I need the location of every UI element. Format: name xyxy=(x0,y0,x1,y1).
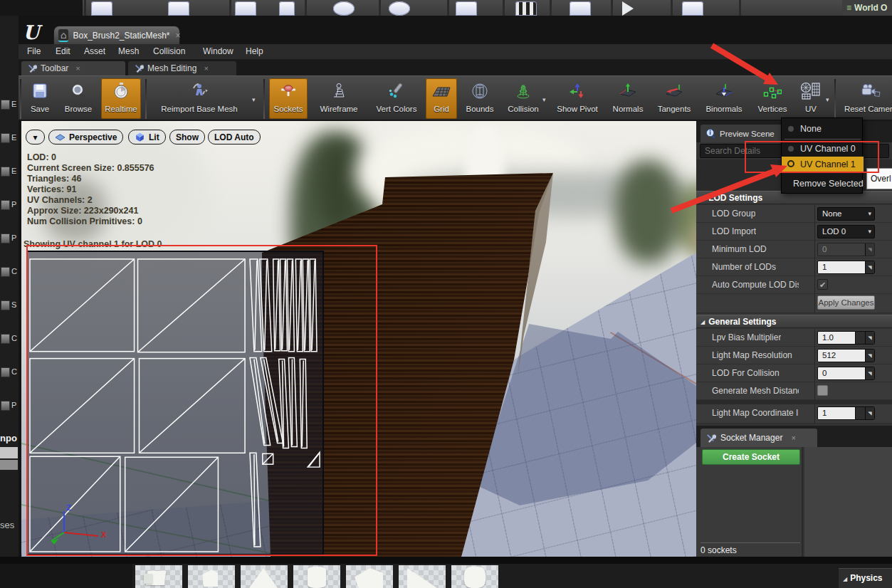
blueprints-icon[interactable] xyxy=(389,1,410,16)
mode-thumbnail[interactable] xyxy=(1,133,10,143)
tab-mesh-editing[interactable]: Mesh Editing× xyxy=(128,61,236,75)
button-label: Realtime xyxy=(105,105,137,113)
close-icon[interactable]: × xyxy=(75,64,80,73)
save-button[interactable]: Save xyxy=(23,78,57,119)
field-value: 512 xyxy=(822,351,836,359)
lightmap-resolution-field[interactable]: 512◥ xyxy=(817,349,875,362)
asset-thumbnail[interactable] xyxy=(451,565,498,588)
normals-button[interactable]: Normals xyxy=(607,78,649,119)
grid-button[interactable]: Grid xyxy=(426,78,457,119)
vertices-button[interactable]: Vertices xyxy=(752,78,793,119)
close-icon[interactable]: × xyxy=(204,64,208,73)
spinner-icon[interactable]: ◥ xyxy=(865,261,874,273)
sockets-button[interactable]: Sockets xyxy=(269,78,308,119)
tab-socket-manager[interactable]: Socket Manager× xyxy=(701,429,817,447)
uv-button[interactable]: UV xyxy=(796,78,826,119)
apply-changes-button[interactable]: Apply Changes xyxy=(817,295,875,310)
tooltip-text: Overl xyxy=(871,174,891,184)
marketplace-icon[interactable] xyxy=(279,1,295,16)
distance-field-checkbox[interactable] xyxy=(817,385,828,396)
auto-compute-checkbox[interactable]: ✔ xyxy=(817,279,828,290)
perspective-button[interactable]: Perspective xyxy=(48,130,123,145)
settings-gear-icon[interactable] xyxy=(333,1,355,16)
mode-thumbnail[interactable] xyxy=(1,334,10,344)
mode-thumbnail[interactable] xyxy=(1,200,10,210)
menu-mesh[interactable]: Mesh xyxy=(118,46,139,56)
button-label: Grid xyxy=(434,105,449,113)
menu-item-none[interactable]: None xyxy=(782,121,864,137)
menu-edit[interactable]: Edit xyxy=(56,46,70,56)
number-of-lods-field[interactable]: 1◥ xyxy=(817,261,875,274)
uv-icon xyxy=(800,80,822,102)
show-pivot-button[interactable]: Show Pivot xyxy=(551,78,604,119)
window-bottom-edge xyxy=(0,557,892,564)
menu-collision[interactable]: Collision xyxy=(153,46,185,56)
menu-window[interactable]: Window xyxy=(203,46,234,56)
content-icon[interactable] xyxy=(235,1,256,16)
binormals-button[interactable]: Binormals xyxy=(699,78,749,119)
spinner-icon[interactable]: ◥ xyxy=(865,332,874,344)
spinner-icon[interactable]: ◥ xyxy=(865,367,874,379)
source-control-icon[interactable] xyxy=(168,1,189,16)
create-socket-button[interactable]: Create Socket xyxy=(702,449,800,465)
mode-thumbnail[interactable] xyxy=(1,267,10,277)
stat-approx-size: Approx Size: 223x290x241 xyxy=(27,206,138,216)
mode-thumbnail[interactable] xyxy=(1,167,10,177)
menu-asset[interactable]: Asset xyxy=(84,46,105,56)
reset-camera-button[interactable]: Reset Camera xyxy=(839,78,892,119)
asset-thumbnail[interactable] xyxy=(135,565,182,588)
asset-thumbnail[interactable] xyxy=(346,565,393,588)
lod-auto-button[interactable]: LOD Auto xyxy=(208,130,261,145)
lightmap-index-field[interactable]: 1◥ xyxy=(817,406,875,420)
world-outliner-tab[interactable]: ≡World O xyxy=(842,0,892,16)
general-settings-header[interactable]: ◢General Settings xyxy=(696,315,892,328)
show-button[interactable]: Show xyxy=(169,130,205,145)
lpv-bias-field[interactable]: 1.0◥ xyxy=(817,331,875,345)
filter-bar[interactable] xyxy=(0,447,18,458)
realtime-button[interactable]: Realtime xyxy=(101,78,141,119)
tab-preview-scene[interactable]: Preview Scene xyxy=(701,125,783,142)
menu-item-remove-selected[interactable]: Remove Selected xyxy=(782,176,864,191)
levels-icon[interactable] xyxy=(570,1,591,16)
cinematics-icon[interactable] xyxy=(515,1,537,16)
chevron-down-icon[interactable]: ▾ xyxy=(542,96,546,103)
mode-thumbnail[interactable] xyxy=(1,300,10,310)
tangents-button[interactable]: Tangents xyxy=(652,78,696,119)
mode-thumbnail[interactable] xyxy=(1,100,10,110)
wireframe-button[interactable]: Wireframe xyxy=(310,78,367,119)
menu-file[interactable]: File xyxy=(27,46,41,56)
viewport-options-button[interactable]: ▾ xyxy=(26,130,45,145)
tab-toolbar[interactable]: Toolbar× xyxy=(21,61,125,75)
vert-colors-button[interactable]: Vert Colors xyxy=(370,78,423,119)
reimport-base-mesh-button[interactable]: Reimport Base Mesh xyxy=(149,78,249,119)
mode-thumbnail[interactable] xyxy=(1,367,10,377)
mode-thumbnail[interactable] xyxy=(1,233,10,243)
bounds-button[interactable]: Bounds xyxy=(460,78,500,119)
browse-button[interactable]: Browse xyxy=(58,78,98,119)
play-icon[interactable] xyxy=(622,1,634,16)
filter-bar[interactable] xyxy=(0,460,18,470)
close-icon[interactable]: × xyxy=(176,31,181,41)
collision-button[interactable]: Collision xyxy=(503,78,544,119)
physics-section-header[interactable]: ◢Physics xyxy=(839,568,892,588)
asset-thumbnail[interactable] xyxy=(399,565,446,588)
asset-thumbnail[interactable] xyxy=(293,565,340,588)
asset-thumbnail[interactable] xyxy=(241,565,288,588)
lod-import-dropdown[interactable]: LOD 0▾ xyxy=(817,225,875,238)
save-all-icon[interactable] xyxy=(91,1,112,16)
lod-group-dropdown[interactable]: None▾ xyxy=(817,207,875,221)
spinner-icon[interactable]: ◥ xyxy=(865,350,874,362)
menu-help[interactable]: Help xyxy=(246,46,263,56)
close-icon[interactable]: × xyxy=(791,434,795,442)
lod-for-collision-field[interactable]: 0◥ xyxy=(817,367,875,380)
asset-thumbnail[interactable] xyxy=(188,565,235,588)
chevron-down-icon[interactable]: ▾ xyxy=(826,96,829,103)
lit-button[interactable]: Lit xyxy=(128,130,166,145)
divider xyxy=(701,542,800,543)
spinner-icon[interactable]: ◥ xyxy=(865,407,874,419)
launch-icon[interactable] xyxy=(682,1,703,16)
chevron-down-icon[interactable]: ▾ xyxy=(252,96,256,103)
build-icon[interactable] xyxy=(456,1,477,16)
mode-thumbnail[interactable] xyxy=(1,401,10,411)
asset-tab[interactable]: ⌂ Box_Brush2_StaticMesh* × xyxy=(53,26,180,44)
